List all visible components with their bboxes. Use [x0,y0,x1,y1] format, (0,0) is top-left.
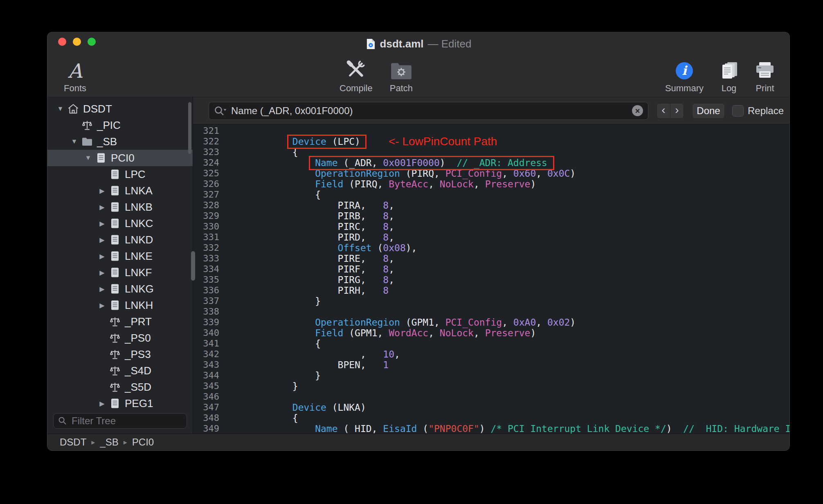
sidebar-item-_PRT[interactable]: _PRT [47,313,193,330]
sidebar-item-label: LNKE [125,250,153,263]
path-item-PCI0[interactable]: PCI0 [132,436,154,448]
line-number: 331 [193,232,219,243]
code-text[interactable]: { [219,338,321,349]
compile-button[interactable]: Compile [335,51,378,94]
code-text[interactable] [219,306,247,317]
line-number: 325 [193,168,219,179]
sidebar-item-DSDT[interactable]: ▼DSDT [47,101,193,117]
traffic-lights [58,38,96,46]
sidebar-item-_PIC[interactable]: _PIC [47,117,193,133]
disclosure-right-icon[interactable]: ▶ [96,252,108,260]
disclosure-right-icon[interactable]: ▶ [96,302,108,309]
code-text[interactable]: PIRB, 8, [219,211,394,221]
sidebar-item-LNKB[interactable]: ▶LNKB [47,199,193,215]
sidebar-item-_SB[interactable]: ▼_SB [47,133,193,150]
code-text[interactable]: Name (_HID, EisaId ("PNP0C0F") /* PCI In… [219,423,789,434]
disclosure-down-icon[interactable]: ▼ [82,154,94,162]
filter-tree-input[interactable] [71,415,182,427]
find-bar: × ‹ › Done Replace [193,97,789,124]
sidebar-item-_PS3[interactable]: _PS3 [47,346,193,362]
splitter-handle[interactable] [191,251,195,281]
path-separator-icon: ▸ [91,438,95,447]
code-text[interactable] [219,126,247,136]
fonts-button[interactable]: A Fonts [59,51,91,94]
disclosure-right-icon[interactable]: ▶ [96,236,108,244]
log-label: Log [722,83,737,94]
minimize-window-button[interactable] [73,38,81,46]
code-line: 349 Name (_HID, EisaId ("PNP0C0F") /* PC… [193,423,789,434]
magnifier-icon [58,416,67,426]
disclosure-right-icon[interactable]: ▶ [96,203,108,211]
disclosure-right-icon[interactable]: ▶ [96,220,108,227]
disclosure-down-icon[interactable]: ▼ [68,138,81,145]
sidebar-item-LNKG[interactable]: ▶LNKG [47,281,193,297]
done-button[interactable]: Done [692,103,725,119]
path-item-DSDT[interactable]: DSDT [60,436,86,448]
patch-button[interactable]: Patch [385,51,418,94]
line-number: 330 [193,221,219,232]
code-text[interactable]: Field (PIRQ, ByteAcc, NoLock, Preserve) [219,179,536,189]
code-text[interactable]: Offset (0x08), [219,243,417,253]
print-button[interactable]: Print [749,51,780,94]
code-text[interactable]: PIRG, 8, [219,274,394,285]
code-text[interactable]: Field (GPM1, WordAcc, NoLock, Preserve) [219,328,536,338]
code-text[interactable]: { [219,413,298,423]
code-text[interactable]: Device (LNKA) [219,402,366,413]
code-text[interactable]: PIRA, 8, [219,200,394,211]
code-text[interactable]: PIRC, 8, [219,221,394,232]
code-text[interactable]: { [219,189,321,200]
search-input[interactable] [230,105,629,117]
sidebar-item-_PS0[interactable]: _PS0 [47,330,193,346]
disclosure-right-icon[interactable]: ▶ [96,285,108,293]
code-text[interactable]: } [219,296,321,306]
sidebar-item-LPC[interactable]: LPC [47,166,193,182]
toolbar: A Fonts Compile P [47,51,789,97]
disclosure-right-icon[interactable]: ▶ [96,269,108,277]
code-text[interactable] [219,392,247,402]
sidebar-scrollbar-thumb[interactable] [188,102,191,154]
sidebar-item-LNKD[interactable]: ▶LNKD [47,232,193,248]
sidebar-item-_S5D[interactable]: _S5D [47,379,193,395]
path-item-_SB[interactable]: _SB [100,436,118,448]
disclosure-down-icon[interactable]: ▼ [54,105,67,112]
code-text[interactable]: } [219,381,298,392]
code-editor[interactable]: 321322 Device (LPC)323 {324 Name (_ADR, … [193,124,789,434]
sidebar-item-LNKH[interactable]: ▶LNKH [47,297,193,313]
code-text[interactable]: , 10, [219,349,400,360]
sidebar-item-LNKC[interactable]: ▶LNKC [47,215,193,232]
sidebar-item-LNKF[interactable]: ▶LNKF [47,264,193,281]
sidebar-item-PCI0[interactable]: ▼PCI0 [47,150,193,166]
disclosure-right-icon[interactable]: ▶ [96,187,108,195]
code-line: 331 PIRD, 8, [193,232,789,243]
close-window-button[interactable] [58,38,66,46]
doc-icon [108,201,121,214]
code-line: 326 Field (PIRQ, ByteAcc, NoLock, Preser… [193,179,789,189]
find-previous-button[interactable]: ‹ [657,103,670,119]
disclosure-right-icon[interactable]: ▶ [96,400,108,407]
search-magnifier-menu-icon[interactable] [214,105,227,117]
code-text[interactable]: PIRE, 8, [219,253,394,264]
find-next-button[interactable]: › [670,103,684,119]
sidebar-item-_S4D[interactable]: _S4D [47,362,193,379]
zoom-window-button[interactable] [88,38,96,46]
sidebar-item-PEG1[interactable]: ▶PEG1 [47,395,193,410]
code-text[interactable]: OperationRegion (GPM1, PCI_Config, 0xA0,… [219,317,576,328]
code-text[interactable]: PIRD, 8, [219,232,394,243]
code-text[interactable]: Name (_ADR, 0x001F0000) // _ADR: Address [219,158,547,168]
code-text[interactable]: PIRH, 8 [219,285,389,296]
sidebar-item-label: _S5D [125,381,151,394]
code-text[interactable]: BPEN, 1 [219,360,389,370]
sidebar-item-LNKA[interactable]: ▶LNKA [47,182,193,199]
log-button[interactable]: Log [713,51,744,94]
code-text[interactable]: PIRF, 8, [219,264,394,274]
replace-checkbox[interactable] [732,105,744,117]
sidebar-item-LNKE[interactable]: ▶LNKE [47,248,193,264]
window-edited-status: — Edited [427,38,471,50]
clear-search-icon[interactable]: × [632,105,643,116]
code-text[interactable]: } [219,370,321,381]
line-number: 341 [193,338,219,349]
code-text[interactable]: OperationRegion (PIRQ, PCI_Config, 0x60,… [219,168,576,179]
code-text[interactable]: Device (LPC) [219,136,360,147]
summary-button[interactable]: i Summary [660,51,708,94]
code-text[interactable]: { [219,147,298,158]
